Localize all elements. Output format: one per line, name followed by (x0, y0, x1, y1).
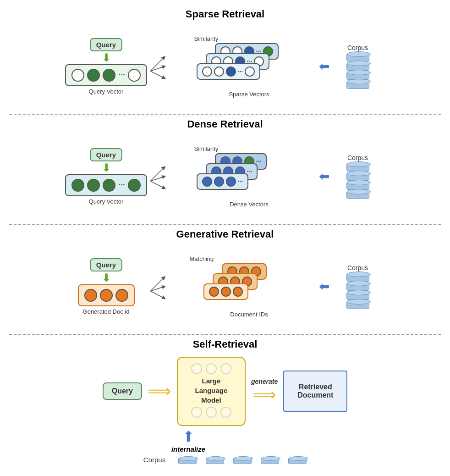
sparse-content: Query ⬇ ··· Query Vector (9, 23, 441, 110)
sparse-vector-label: Query Vector (89, 88, 124, 95)
generative-query-box: Query (90, 258, 122, 271)
generative-db-stack (346, 273, 369, 309)
generative-mid: Matching (185, 255, 313, 318)
sparse-mid: Similarity ··· ··· (185, 35, 313, 98)
llm-label: LargeLanguageModel (187, 376, 236, 405)
generative-content: Query ⬇ Generated Doc id (9, 243, 441, 330)
dense-circle-4 (128, 179, 141, 192)
self-db-1 (178, 456, 197, 464)
gen-db-4 (346, 301, 369, 309)
dense-mid: Similarity ··· ··· (185, 145, 313, 208)
dense-circle-1 (71, 179, 84, 192)
gen-vec-front (203, 283, 248, 300)
generate-label: generate (251, 378, 278, 385)
main-container: Sparse Retrieval Query ⬇ ··· Query Vecto… (0, 0, 450, 476)
dense-query-vector: ··· (65, 174, 147, 196)
generative-matching-label: Matching (190, 255, 214, 262)
dense-arrow-down: ⬇ (102, 162, 111, 173)
self-section: Self-Retrieval Query ⟹ LargeLanguageMode… (9, 335, 441, 471)
dense-vectors-label: Dense Vectors (230, 201, 269, 208)
self-arrow-to-doc: ⟹ (252, 385, 276, 404)
generative-corpus: Corpus (335, 264, 381, 309)
sparse-db-stack (346, 53, 369, 89)
generative-fanout-svg (150, 273, 178, 310)
sparse-query-box: Query (90, 38, 122, 51)
dense-title: Dense Retrieval (9, 118, 441, 130)
self-db-2 (206, 456, 224, 464)
self-db-5 (288, 456, 307, 464)
sparse-circle-2 (87, 69, 100, 82)
dense-fanout-svg (150, 163, 178, 199)
sparse-vec-front: ··· (197, 63, 261, 80)
generative-vector-label: Generated Doc id (83, 308, 130, 315)
dense-vector-label: Query Vector (89, 198, 124, 205)
generative-arrow-down: ⬇ (102, 272, 111, 283)
sparse-circle-4 (128, 69, 141, 82)
svg-line-2 (150, 71, 164, 78)
dense-content: Query ⬇ ··· Query Vector (9, 133, 441, 220)
sparse-left: Query ⬇ ··· Query Vector (70, 38, 143, 95)
self-main-row: Query ⟹ LargeLanguageModel generate ⟹ (9, 357, 441, 426)
self-db-4 (261, 456, 279, 464)
sparse-stacked: ··· ··· (197, 43, 302, 89)
generative-corpus-label: Corpus (347, 264, 368, 271)
dense-circle-3 (103, 179, 115, 192)
dense-similarity-label: Similarity (194, 145, 219, 152)
svg-line-8 (150, 291, 164, 298)
dense-stacked: ··· ··· ··· (197, 153, 302, 199)
dense-vec-front: ··· (197, 173, 249, 190)
retrieved-doc-label: RetrievedDocument (297, 383, 333, 399)
dense-dots: ··· (118, 180, 125, 190)
dense-corpus-label: Corpus (347, 154, 368, 161)
self-corpus-label: Corpus (143, 456, 165, 464)
gen-db-2 (346, 282, 369, 291)
sparse-circle-1 (71, 69, 84, 82)
generative-section: Generative Retrieval Query ⬇ Generated D… (9, 225, 441, 335)
internalize-label: internalize (171, 445, 205, 453)
self-query-box: Query (103, 382, 142, 400)
sparse-title: Sparse Retrieval (9, 8, 441, 20)
self-generate-block: generate ⟹ (251, 378, 278, 404)
generative-title: Generative Retrieval (9, 228, 441, 240)
sparse-dots: ··· (118, 70, 125, 80)
sparse-db-4 (346, 81, 369, 89)
gen-circle-2 (100, 289, 113, 302)
dense-corpus-arrow: ⬅ (319, 169, 329, 184)
dense-circle-2 (87, 179, 100, 192)
dense-section: Dense Retrieval Query ⬇ ··· Query Vector (9, 115, 441, 225)
self-corpus-row: Corpus (9, 456, 441, 464)
dense-db-4 (346, 191, 369, 199)
sparse-similarity-label: Similarity (194, 35, 219, 42)
llm-circles-row1 (187, 363, 236, 374)
self-internalize-block: ⬆ internalize (0, 428, 441, 453)
sparse-query-vector: ··· (65, 64, 147, 86)
gen-db-1 (346, 273, 369, 282)
generative-corpus-arrow: ⬅ (319, 279, 329, 294)
generative-query-vector (78, 284, 135, 306)
generative-stacked (203, 263, 295, 309)
dense-left: Query ⬇ ··· Query Vector (70, 148, 143, 205)
retrieved-doc-box: RetrievedDocument (283, 371, 347, 412)
sparse-corpus: Corpus (335, 44, 381, 89)
dense-db-stack (346, 163, 369, 199)
sparse-circle-3 (103, 69, 115, 82)
generative-vectors-label: Document IDs (230, 311, 268, 318)
sparse-section: Sparse Retrieval Query ⬇ ··· Query Vecto… (9, 5, 441, 115)
generative-left: Query ⬇ Generated Doc id (70, 258, 143, 315)
self-arrow-to-llm: ⟹ (148, 382, 171, 401)
svg-line-5 (150, 181, 164, 188)
sparse-corpus-label: Corpus (347, 44, 368, 51)
self-llm-box: LargeLanguageModel (177, 357, 246, 426)
sparse-vectors-label: Sparse Vectors (229, 91, 269, 98)
self-title: Self-Retrieval (9, 338, 441, 350)
gen-circle-1 (84, 289, 97, 302)
gen-db-3 (346, 292, 369, 300)
sparse-arrow-down: ⬇ (102, 52, 111, 63)
self-db-3 (233, 456, 252, 464)
sparse-fanout-svg (150, 53, 178, 89)
dense-corpus: Corpus (335, 154, 381, 199)
sparse-corpus-arrow: ⬅ (319, 59, 329, 74)
gen-circle-3 (115, 289, 128, 302)
internalize-arrow: ⬆ (182, 428, 195, 445)
dense-query-box: Query (90, 148, 122, 161)
